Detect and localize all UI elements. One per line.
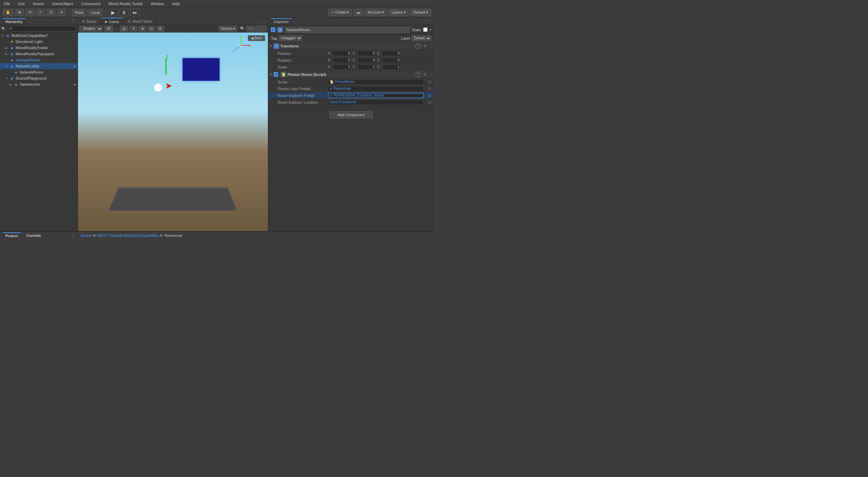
menu-bar: File Edit Assets GameObject Component Mi… — [0, 0, 434, 7]
menu-help[interactable]: Help — [171, 1, 181, 6]
local-button[interactable]: Local — [87, 9, 102, 16]
tree-item-networkroom[interactable]: ◈ NetworkRoom — [0, 69, 78, 75]
transform-header[interactable]: ▼ ⤢ Transform ? ⚙ ⋮ — [268, 42, 434, 50]
inspector-menu[interactable]: ⋮ — [428, 19, 431, 23]
tree-item-tableanchor[interactable]: ▶ ◈ TableAnchor ▶ — [0, 81, 78, 87]
rover-value[interactable]: ◈ RoverExplorer_Complete_Variant — [328, 93, 424, 98]
tool-hand[interactable]: ✋ — [3, 9, 14, 16]
menu-window[interactable]: Window — [149, 1, 165, 6]
position-x-input[interactable] — [333, 51, 351, 56]
tab-scene[interactable]: ⊞ Scene — [78, 18, 101, 25]
tool-rect[interactable]: ⊡ — [46, 9, 56, 16]
gizmos-btn[interactable]: Gizmos ▾ — [218, 26, 237, 32]
rover-location-picker[interactable]: ⊙ — [428, 100, 431, 105]
pivot-button[interactable]: Pivot — [72, 9, 86, 16]
hierarchy-menu[interactable]: ⋮ — [71, 19, 75, 23]
menu-tableanchor[interactable]: ▶ — [74, 83, 76, 86]
project-menu[interactable]: ⋮ — [71, 233, 75, 237]
hierarchy-search-input[interactable] — [7, 26, 76, 32]
scene-btn4[interactable]: ⊡ — [147, 26, 155, 32]
account-button[interactable]: Account ▾ — [364, 9, 387, 16]
2d-button[interactable]: 2D — [104, 26, 113, 32]
rotation-z-input[interactable] — [382, 58, 401, 63]
arrow-tableanchor: ▶ — [9, 83, 14, 86]
script-value[interactable]: 📜 PhotonRoom — [328, 79, 424, 85]
photon-user-value[interactable]: ◈ PhotonUser — [328, 86, 424, 91]
add-component-container: Add Component — [268, 106, 434, 124]
scale-z-input[interactable] — [382, 64, 401, 70]
tab-asset-store[interactable]: 🛒 Asset Store — [123, 18, 156, 25]
back-button[interactable]: ◀ Back — [248, 35, 265, 41]
photon-enabled[interactable] — [274, 72, 278, 77]
rover-picker[interactable]: ⊙ — [428, 93, 431, 98]
photon-settings[interactable]: ⚙ — [423, 72, 427, 76]
tree-item-mrtk[interactable]: ▶ ◈ MixedRealityToolkit — [0, 45, 78, 51]
scene-btn3[interactable]: ⊕ — [139, 26, 146, 32]
rotation-y-group: Y — [353, 58, 376, 63]
transform-more[interactable]: ⋮ — [429, 44, 433, 48]
step-button[interactable]: ⏭ — [130, 9, 140, 16]
photon-user-picker[interactable]: ⊙ — [428, 86, 431, 91]
hierarchy-tab[interactable]: Hierarchy — [3, 18, 25, 24]
shading-select[interactable]: Shaded — [79, 26, 103, 32]
scale-y-input[interactable] — [357, 64, 376, 70]
play-button[interactable]: ▶ — [108, 9, 118, 16]
photon-header[interactable]: ▼ 📜 Photon Room (Script) ? ⚙ ⋮ — [268, 70, 434, 79]
script-picker[interactable]: ⊙ — [428, 80, 431, 84]
tool-transform[interactable]: ✕ — [57, 9, 66, 16]
audio-button[interactable]: 🔊 — [120, 26, 129, 32]
layers-button[interactable]: Layers ▾ — [389, 9, 409, 16]
menu-multiuser[interactable]: ⋮ — [73, 34, 76, 37]
object-enabled-checkbox[interactable] — [271, 27, 275, 32]
project-tab[interactable]: Project — [3, 232, 21, 239]
transform-help[interactable]: ? — [415, 43, 421, 49]
tree-item-debugwindow[interactable]: ◈ DebugWindow — [0, 57, 78, 63]
rover-location-value[interactable]: None (Transform) — [328, 100, 424, 105]
object-name-input[interactable] — [285, 27, 410, 33]
scale-x-input[interactable] — [333, 64, 351, 70]
scene-search[interactable] — [246, 26, 267, 32]
label-dirlight: Directional Light — [16, 40, 42, 44]
tag-select[interactable]: Untagged — [278, 35, 302, 41]
icon-dirlight: ☀ — [9, 39, 14, 44]
menu-gameobject[interactable]: GameObject — [51, 1, 75, 6]
tree-item-mrplay[interactable]: ▶ ◈ MixedRealityPlayspace — [0, 51, 78, 57]
rotation-x-input[interactable] — [333, 58, 351, 63]
static-checkbox[interactable] — [423, 27, 428, 32]
menu-edit[interactable]: Edit — [17, 1, 26, 6]
rotation-y-input[interactable] — [357, 58, 376, 63]
photon-more[interactable]: ⋮ — [429, 72, 433, 76]
path-assets[interactable]: Assets — [81, 233, 92, 237]
position-z-input[interactable] — [382, 51, 401, 56]
tab-game[interactable]: ▶ Game — [101, 18, 123, 25]
tree-item-shared[interactable]: ▼ ◈ SharedPlayground — [0, 75, 78, 81]
label-multiuser: MultiUserCapabilities* — [12, 34, 48, 38]
menu-mrtk[interactable]: Mixed Reality Toolkit — [107, 1, 144, 6]
fx-button[interactable]: ✦ — [130, 26, 137, 32]
collab-button[interactable]: ✓ Collab ▾ — [328, 9, 352, 16]
menu-networklobby[interactable]: ▶ — [74, 64, 76, 68]
static-dropdown[interactable]: ▾ — [430, 28, 431, 32]
photon-help[interactable]: ? — [415, 72, 421, 77]
scene-btn5[interactable]: ☰ — [156, 26, 164, 32]
layout-button[interactable]: Default ▾ — [410, 9, 431, 16]
tree-item-dirlight[interactable]: ☀ Directional Light — [0, 39, 78, 45]
layer-select[interactable]: Default — [412, 35, 431, 41]
tree-item-multiuser[interactable]: ▼ ◈ MultiUserCapabilities* ⋮ — [0, 33, 78, 39]
tool-move[interactable]: ⊕ — [15, 9, 24, 16]
position-y-input[interactable] — [357, 51, 376, 56]
path-mrtk-tutorials[interactable]: MRTK.Tutorials.MultiUserCapabilities — [97, 233, 159, 237]
menu-component[interactable]: Component — [80, 1, 102, 6]
tool-scale[interactable]: ⤢ — [36, 9, 45, 16]
scene-options[interactable]: ⋮ — [259, 19, 268, 23]
inspector-tab[interactable]: Inspector — [271, 18, 292, 24]
menu-file[interactable]: File — [3, 1, 12, 6]
transform-settings[interactable]: ⚙ — [423, 44, 427, 48]
tool-rotate[interactable]: ↺ — [25, 9, 35, 16]
pause-button[interactable]: ⏸ — [119, 9, 129, 16]
console-tab[interactable]: Console — [23, 233, 43, 238]
menu-assets[interactable]: Assets — [32, 1, 45, 6]
add-component-button[interactable]: Add Component — [329, 111, 373, 119]
cloud-button[interactable]: ☁ — [353, 9, 363, 16]
tree-item-networklobby[interactable]: ▼ ◈ NetworkLobby ▶ — [0, 63, 78, 69]
